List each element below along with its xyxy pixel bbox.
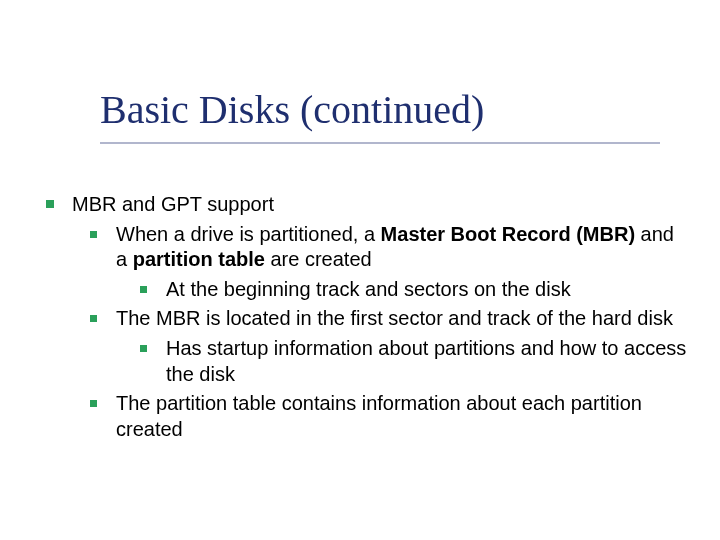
text-run: are created <box>265 248 372 270</box>
list-item-text: When a drive is partitioned, a Master Bo… <box>116 223 674 271</box>
square-bullet-icon <box>140 345 147 352</box>
list-item: When a drive is partitioned, a Master Bo… <box>90 222 690 303</box>
bullet-list-level-3: At the beginning track and sectors on th… <box>140 277 690 303</box>
title-area: Basic Disks (continued) <box>100 88 680 144</box>
square-bullet-icon <box>90 400 97 407</box>
list-item-text: The MBR is located in the first sector a… <box>116 307 673 329</box>
text-run-bold: Master Boot Record (MBR) <box>381 223 635 245</box>
list-item-text: Has startup information about partitions… <box>166 337 686 385</box>
list-item: At the beginning track and sectors on th… <box>140 277 690 303</box>
title-underline <box>100 142 660 144</box>
list-item-text: The partition table contains information… <box>116 392 642 440</box>
list-item: The MBR is located in the first sector a… <box>90 306 690 387</box>
text-run: When a drive is partitioned, a <box>116 223 381 245</box>
slide: Basic Disks (continued) MBR and GPT supp… <box>0 0 720 540</box>
list-item: Has startup information about partitions… <box>140 336 690 387</box>
list-item-text: At the beginning track and sectors on th… <box>166 278 571 300</box>
text-run-bold: partition table <box>133 248 265 270</box>
bullet-list-level-2: When a drive is partitioned, a Master Bo… <box>90 222 690 443</box>
square-bullet-icon <box>90 231 97 238</box>
square-bullet-icon <box>140 286 147 293</box>
list-item: MBR and GPT support When a drive is part… <box>46 192 690 442</box>
square-bullet-icon <box>46 200 54 208</box>
square-bullet-icon <box>90 315 97 322</box>
list-item: The partition table contains information… <box>90 391 690 442</box>
list-item-text: MBR and GPT support <box>72 193 274 215</box>
slide-title: Basic Disks (continued) <box>100 88 680 132</box>
slide-body: MBR and GPT support When a drive is part… <box>46 192 690 446</box>
bullet-list-level-1: MBR and GPT support When a drive is part… <box>46 192 690 442</box>
bullet-list-level-3: Has startup information about partitions… <box>140 336 690 387</box>
